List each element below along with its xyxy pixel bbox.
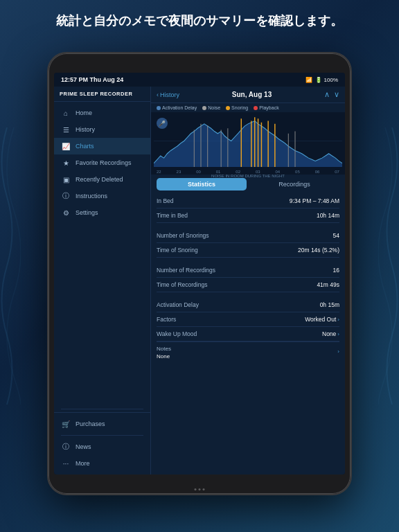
back-chevron-icon: ‹	[157, 91, 159, 98]
app-name: PRIME SLEEP RECORDER	[60, 91, 145, 97]
sidebar-item-history-label: History	[76, 126, 95, 133]
sidebar-divider	[61, 409, 143, 409]
ipad-screen: 12:57 PM Thu Aug 24 📶 🔋 100% PRIME SLEEP…	[54, 73, 345, 475]
sidebar-item-news[interactable]: ⓘ News	[54, 438, 150, 455]
sidebar-item-settings-label: Settings	[76, 209, 98, 216]
sidebar-divider-2	[61, 435, 143, 436]
stat-label-activation-delay: Activation Delay	[157, 301, 199, 308]
sidebar-item-home-label: Home	[76, 109, 92, 116]
tab-statistics[interactable]: Statistics	[157, 178, 247, 190]
status-time: 12:57 PM Thu Aug 24	[61, 76, 123, 83]
sidebar-item-deleted[interactable]: ▣ Recently Deleted	[54, 171, 150, 188]
legend-playback-dot	[254, 106, 258, 110]
x-label-23: 23	[177, 170, 181, 174]
purchases-icon: 🛒	[61, 419, 71, 429]
stat-row-in-bed: In Bed 9:34 PM – 7:48 AM	[157, 194, 339, 209]
sidebar-item-instructions[interactable]: ⓘ Instructions	[54, 188, 150, 204]
sidebar-item-purchases-label: Purchases	[76, 420, 105, 427]
battery-icon: 🔋 100%	[315, 77, 338, 83]
stat-row-time-recordings: Time of Recordings 41m 49s	[157, 278, 339, 292]
sidebar-nav: ⌂ Home ☰ History 📈 Charts ★ Favorite Rec…	[54, 102, 150, 406]
sidebar-item-settings[interactable]: ⚙ Settings	[54, 204, 150, 221]
mic-icon: 🎤	[157, 118, 168, 129]
legend-playback-label: Playback	[259, 105, 278, 110]
instructions-icon: ⓘ	[61, 191, 71, 201]
legend-snoring-label: Snoring	[231, 105, 248, 110]
nav-arrows: ∧ ∨	[324, 90, 339, 99]
status-bar: 12:57 PM Thu Aug 24 📶 🔋 100%	[54, 73, 345, 87]
favorites-icon: ★	[61, 158, 71, 168]
stat-value-activation-delay: 0h 15m	[320, 301, 339, 308]
news-icon: ⓘ	[61, 442, 71, 452]
page-headline: 統計と自分のメモで夜間のサマリーを確認します。	[0, 12, 399, 29]
sidebar-item-news-label: News	[76, 443, 91, 450]
stat-value-factors: Worked Out ›	[305, 316, 339, 323]
nav-back-button[interactable]: ‹ History	[157, 91, 179, 98]
app-content: PRIME SLEEP RECORDER ⌂ Home ☰ History 📈 …	[54, 87, 345, 475]
chart-legend: Activation Delay Noise Snoring Playback	[151, 103, 345, 112]
sidebar-item-deleted-label: Recently Deleted	[76, 176, 123, 183]
x-label-00: 00	[196, 170, 201, 174]
charts-icon: 📈	[61, 141, 71, 151]
section-gap-2	[157, 258, 339, 263]
stat-row-num-snorings: Number of Snorings 54	[157, 229, 339, 243]
section-gap-3	[157, 292, 339, 298]
notes-section[interactable]: Notes None ›	[157, 342, 339, 365]
nav-up-button[interactable]: ∧	[324, 90, 330, 99]
sidebar-item-favorites[interactable]: ★ Favorite Recordings	[54, 154, 150, 171]
legend-noise-label: Noise	[208, 105, 220, 110]
sidebar-item-charts[interactable]: 📈 Charts	[54, 138, 150, 154]
nav-down-button[interactable]: ∨	[334, 90, 339, 99]
section-gap-1	[157, 223, 339, 229]
stat-value-time-snoring: 20m 14s (5.2%)	[298, 247, 339, 254]
x-label-05: 05	[295, 170, 300, 174]
legend-noise: Noise	[202, 105, 220, 110]
notes-label: Notes	[157, 346, 171, 352]
stat-label-time-recordings: Time of Recordings	[157, 281, 207, 288]
stat-row-factors[interactable]: Factors Worked Out ›	[157, 312, 339, 327]
sidebar-item-history[interactable]: ☰ History	[54, 121, 150, 138]
noise-chart	[154, 115, 342, 167]
stats-content: In Bed 9:34 PM – 7:48 AM Time in Bed 10h…	[151, 194, 345, 475]
sidebar: PRIME SLEEP RECORDER ⌂ Home ☰ History 📈 …	[54, 87, 151, 475]
stat-row-num-recordings: Number of Recordings 16	[157, 263, 339, 278]
stat-value-num-snorings: 54	[333, 232, 339, 239]
stat-row-activation-delay: Activation Delay 0h 15m	[157, 298, 339, 312]
sidebar-item-home[interactable]: ⌂ Home	[54, 105, 150, 121]
stat-row-time-snoring: Time of Snoring 20m 14s (5.2%)	[157, 243, 339, 258]
stat-value-time-recordings: 41m 49s	[317, 281, 339, 288]
sidebar-item-charts-label: Charts	[76, 143, 94, 150]
legend-snoring-dot	[226, 106, 230, 110]
chart-subtitle: NOISE IN ROOM DURING THE NIGHT	[154, 174, 342, 179]
factors-chevron-icon: ›	[337, 317, 339, 323]
legend-snoring: Snoring	[226, 105, 248, 110]
legend-activation-delay: Activation Delay	[157, 105, 197, 110]
stat-label-time-in-bed: Time in Bed	[157, 212, 188, 219]
status-right: 📶 🔋 100%	[305, 77, 338, 83]
stat-value-in-bed: 9:34 PM – 7:48 AM	[290, 197, 339, 204]
stat-label-time-snoring: Time of Snoring	[157, 247, 198, 254]
sidebar-item-more-label: More	[76, 460, 90, 467]
main-content: ‹ History Sun, Aug 13 ∧ ∨ Activation Del…	[151, 87, 345, 475]
nav-title: Sun, Aug 13	[232, 91, 272, 98]
mood-chevron-icon: ›	[337, 331, 339, 337]
sidebar-item-more[interactable]: ··· More	[54, 455, 150, 472]
home-icon: ⌂	[61, 108, 71, 118]
sidebar-bottom: 🛒 Purchases ⓘ News ··· More	[54, 412, 150, 475]
ipad-device: 12:57 PM Thu Aug 24 📶 🔋 100% PRIME SLEEP…	[47, 52, 352, 495]
wifi-icon: 📶	[305, 77, 312, 83]
nav-back-label: History	[160, 91, 179, 98]
legend-activation-delay-dot	[157, 106, 161, 110]
more-icon: ···	[61, 459, 71, 468]
x-label-06: 06	[315, 170, 320, 174]
chart-area: 🎤	[151, 112, 345, 175]
legend-noise-dot	[202, 106, 206, 110]
tab-recordings[interactable]: Recordings	[249, 178, 339, 190]
sidebar-item-purchases[interactable]: 🛒 Purchases	[54, 416, 150, 432]
stat-label-num-recordings: Number of Recordings	[157, 267, 215, 274]
stat-label-wake-up-mood: Wake Up Mood	[157, 330, 197, 337]
stat-row-wake-up-mood[interactable]: Wake Up Mood None ›	[157, 327, 339, 342]
x-label-07: 07	[335, 170, 339, 174]
legend-activation-delay-label: Activation Delay	[162, 105, 197, 110]
stat-value-wake-up-mood: None ›	[322, 330, 339, 337]
